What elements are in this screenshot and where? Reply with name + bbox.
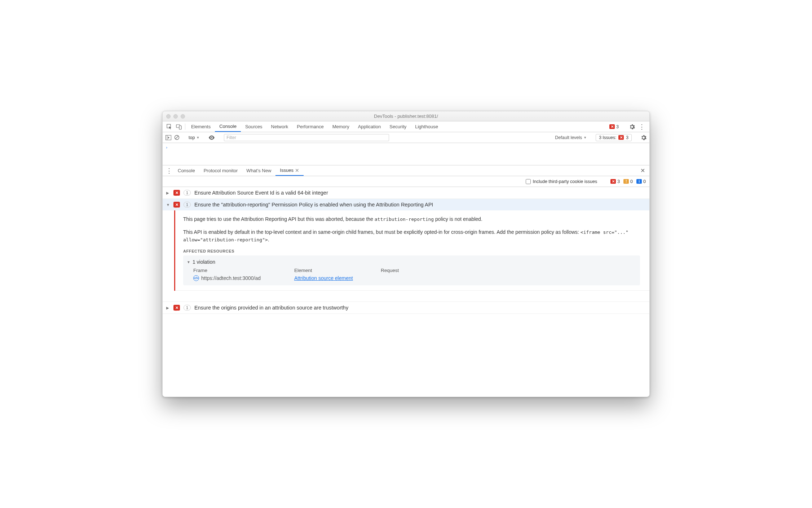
issue-title: Ensure Attribution Source Event Id is a … bbox=[194, 190, 328, 196]
drawer-tab-protocol-monitor[interactable]: Protocol monitor bbox=[199, 165, 242, 176]
console-settings-icon[interactable] bbox=[641, 135, 646, 141]
titlebar: DevTools - publisher.test:8081/ bbox=[163, 111, 649, 121]
log-levels-selector[interactable]: Default levels ▼ bbox=[555, 135, 587, 140]
levels-label: Default levels bbox=[555, 135, 582, 140]
frame-cell[interactable]: </> https://adtech.test:3000/ad bbox=[193, 275, 273, 281]
settings-icon[interactable] bbox=[629, 124, 635, 130]
issue-count-badge: 1 bbox=[184, 305, 191, 311]
element-link[interactable]: Attribution source element bbox=[294, 275, 353, 281]
expand-icon[interactable]: ▶ bbox=[166, 306, 170, 310]
issue-description-1: This page tries to use the Attribution R… bbox=[183, 215, 640, 223]
tab-strip-right: ✕ 3 ⋮ bbox=[609, 121, 647, 132]
console-toolbar: top ▼ Default levels ▼ 3 Issues: ✕ 3 bbox=[163, 132, 649, 143]
tab-console[interactable]: Console bbox=[215, 121, 241, 132]
tab-application[interactable]: Application bbox=[354, 121, 385, 132]
issue-count-badge: 1 bbox=[184, 190, 191, 196]
more-menu-icon[interactable]: ⋮ bbox=[639, 123, 645, 131]
warning-icon: ! bbox=[623, 179, 629, 184]
code-snippet: attribution-reporting bbox=[375, 217, 434, 222]
error-icon: ✕ bbox=[610, 179, 616, 184]
issue-count-badge: 1 bbox=[184, 202, 191, 208]
issues-counter[interactable]: 3 Issues: ✕ 3 bbox=[596, 134, 632, 141]
tab-network[interactable]: Network bbox=[267, 121, 293, 132]
close-tab-icon[interactable]: ✕ bbox=[295, 168, 299, 173]
issues-list: ▶ ✕ 1 Ensure Attribution Source Event Id… bbox=[163, 187, 649, 397]
filter-input[interactable] bbox=[224, 134, 389, 141]
inspect-element-icon[interactable] bbox=[165, 121, 174, 132]
close-drawer-icon[interactable]: ✕ bbox=[640, 165, 647, 176]
svg-point-7 bbox=[211, 137, 213, 138]
drawer-tab-issues-label: Issues bbox=[280, 168, 294, 173]
info-icon: i bbox=[636, 179, 642, 184]
issue-row[interactable]: ▼ ✕ 1 Ensure the "attribution-reporting"… bbox=[163, 199, 649, 210]
error-icon: ✕ bbox=[618, 135, 624, 140]
element-cell[interactable]: Attribution source element bbox=[294, 275, 353, 281]
expand-icon[interactable]: ▶ bbox=[166, 191, 170, 195]
affected-resources-label: AFFECTED RESOURCES bbox=[183, 249, 640, 253]
resource-columns: Frame Element Request bbox=[187, 266, 636, 275]
issue-title: Ensure the origins provided in an attrib… bbox=[194, 305, 348, 311]
window-title: DevTools - publisher.test:8081/ bbox=[163, 113, 649, 119]
console-prompt-icon: › bbox=[166, 145, 168, 150]
context-selector[interactable]: top ▼ bbox=[189, 135, 199, 140]
affected-resources-box: ▼ 1 violation Frame Element Request </> … bbox=[183, 255, 640, 285]
col-frame: Frame bbox=[193, 268, 273, 273]
clear-console-icon[interactable] bbox=[174, 135, 180, 140]
top-error-count: 3 bbox=[616, 124, 619, 129]
svg-line-6 bbox=[176, 136, 178, 139]
tab-performance[interactable]: Performance bbox=[292, 121, 328, 132]
info-count-value: 0 bbox=[643, 179, 646, 184]
issues-toolbar: Include third-party cookie issues ✕3 !0 … bbox=[163, 176, 649, 187]
separator bbox=[185, 124, 185, 130]
warning-count[interactable]: !0 bbox=[623, 179, 633, 184]
issue-severity-icon: ✕ bbox=[173, 190, 180, 196]
tab-security[interactable]: Security bbox=[385, 121, 411, 132]
error-count[interactable]: ✕3 bbox=[610, 179, 620, 184]
devtools-window: DevTools - publisher.test:8081/ Elements… bbox=[162, 111, 650, 397]
info-count[interactable]: i0 bbox=[636, 179, 646, 184]
drawer-tab-whats-new[interactable]: What's New bbox=[242, 165, 275, 176]
console-body[interactable]: › bbox=[163, 143, 649, 165]
issue-row[interactable]: ▶ ✕ 1 Ensure the origins provided in an … bbox=[163, 302, 649, 314]
tab-lighthouse[interactable]: Lighthouse bbox=[411, 121, 442, 132]
chevron-down-icon: ▼ bbox=[583, 136, 587, 139]
issue-row[interactable]: ▶ ✕ 1 Ensure Attribution Source Event Id… bbox=[163, 187, 649, 199]
violation-count: 1 violation bbox=[193, 259, 215, 265]
device-toolbar-icon[interactable] bbox=[174, 121, 184, 132]
checkbox-input[interactable] bbox=[526, 179, 531, 184]
context-label: top bbox=[189, 135, 195, 140]
frame-icon: </> bbox=[193, 275, 199, 281]
resource-row: </> https://adtech.test:3000/ad Attribut… bbox=[187, 275, 636, 281]
issue-detail: This page tries to use the Attribution R… bbox=[163, 210, 649, 291]
violation-header[interactable]: ▼ 1 violation bbox=[187, 258, 636, 266]
live-expression-icon[interactable] bbox=[208, 135, 215, 140]
drawer-tab-strip: ⋮ Console Protocol monitor What's New Is… bbox=[163, 165, 649, 176]
error-icon: ✕ bbox=[609, 124, 615, 129]
drawer-tab-console[interactable]: Console bbox=[173, 165, 199, 176]
tab-memory[interactable]: Memory bbox=[328, 121, 354, 132]
drawer-more-icon[interactable]: ⋮ bbox=[165, 165, 173, 176]
svg-rect-2 bbox=[179, 126, 181, 129]
checkbox-label: Include third-party cookie issues bbox=[533, 179, 597, 184]
frame-url: https://adtech.test:3000/ad bbox=[201, 275, 261, 281]
issue-severity-icon: ✕ bbox=[173, 305, 180, 311]
top-error-badge[interactable]: ✕ 3 bbox=[609, 124, 619, 129]
collapse-icon[interactable]: ▼ bbox=[187, 260, 190, 264]
collapse-icon[interactable]: ▼ bbox=[166, 203, 170, 207]
sidebar-toggle-icon[interactable] bbox=[166, 135, 171, 140]
issues-label: 3 Issues: bbox=[599, 135, 616, 140]
col-element: Element bbox=[294, 268, 359, 273]
issue-description-2: This API is enabled by default in the to… bbox=[183, 228, 640, 244]
issue-severity-icon: ✕ bbox=[173, 202, 180, 208]
third-party-cookies-checkbox[interactable]: Include third-party cookie issues bbox=[526, 179, 597, 184]
issue-title: Ensure the "attribution-reporting" Permi… bbox=[194, 202, 433, 208]
issue-counts: ✕3 !0 i0 bbox=[610, 179, 646, 184]
drawer-tab-issues[interactable]: Issues ✕ bbox=[275, 165, 304, 176]
error-count-value: 3 bbox=[617, 179, 620, 184]
tab-sources[interactable]: Sources bbox=[241, 121, 267, 132]
svg-rect-4 bbox=[166, 135, 167, 140]
tab-elements[interactable]: Elements bbox=[187, 121, 215, 132]
warning-count-value: 0 bbox=[630, 179, 633, 184]
chevron-down-icon: ▼ bbox=[196, 136, 199, 139]
issue-detail-body: This page tries to use the Attribution R… bbox=[175, 210, 649, 291]
